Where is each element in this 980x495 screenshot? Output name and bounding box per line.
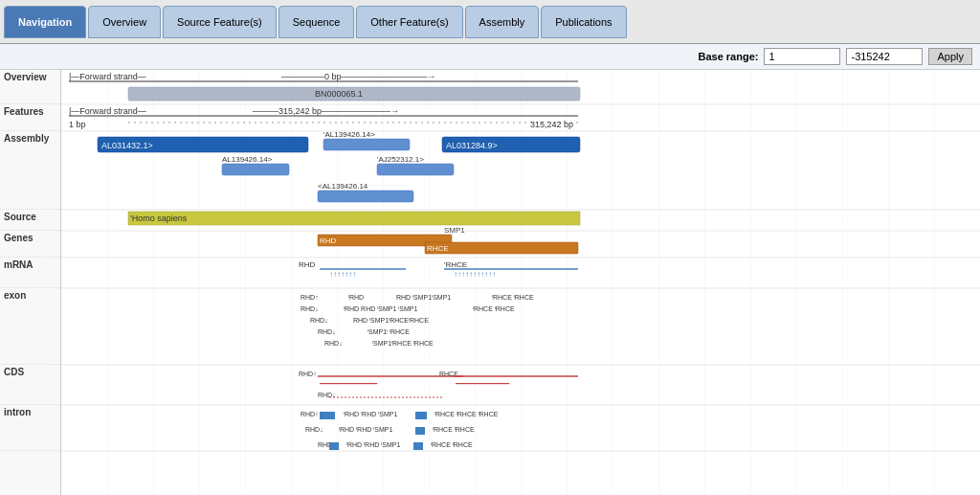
svg-rect-67 [415, 427, 425, 435]
svg-text:RHD↓: RHD↓ [301, 305, 319, 312]
svg-text:━━━━━━━━━━━━━━━: ━━━━━━━━━━━━━━━ [319, 380, 378, 387]
tab-publications[interactable]: Publications [541, 6, 626, 38]
svg-text:RHD↓: RHD↓ [324, 340, 343, 347]
svg-text:RHD ˡSMP1ˡSMP1: RHD ˡSMP1ˡSMP1 [396, 294, 451, 301]
svg-text:RHD↑: RHD↑ [301, 411, 319, 417]
genome-viewer[interactable]: |—Forward strand— —————0 bp——————————→ B… [61, 70, 980, 495]
svg-text:ˡSMP1ˡ ˡRHCE: ˡSMP1ˡ ˡRHCE [368, 328, 410, 335]
svg-text:|—Forward strand—: |—Forward strand— [69, 106, 146, 116]
svg-text:ˡRHD RHD ˡSMP1 ˡSMP1: ˡRHD RHD ˡSMP1 ˡSMP1 [344, 305, 417, 312]
svg-rect-63 [415, 412, 427, 419]
svg-text:'Homo sapiens: 'Homo sapiens [130, 214, 188, 223]
base-range-from[interactable] [764, 48, 840, 65]
tab-navigation[interactable]: Navigation [4, 6, 86, 38]
tab-source-features[interactable]: Source Feature(s) [163, 6, 277, 38]
svg-rect-72 [413, 442, 423, 450]
label-intron: intron [0, 405, 60, 451]
svg-rect-61 [320, 412, 335, 419]
svg-text:|—Forward strand—: |—Forward strand— [69, 72, 146, 81]
nav-tabs: Navigation Overview Source Feature(s) Se… [0, 0, 980, 44]
svg-text:BN000065.1: BN000065.1 [315, 89, 363, 99]
label-assembly: Assembly [0, 131, 60, 210]
base-range-label: Base range: [698, 51, 758, 62]
svg-text:RHD↑: RHD↑ [299, 371, 317, 377]
svg-text:ˡRHD ˡRHD ˡSMP1: ˡRHD ˡRHD ˡSMP1 [346, 441, 400, 448]
svg-rect-1 [61, 70, 980, 495]
svg-rect-21 [222, 164, 289, 175]
svg-text:'AL139426.14>: 'AL139426.14> [323, 130, 375, 139]
svg-text:ˡRHD ˡRHD ˡSMP1: ˡRHD ˡRHD ˡSMP1 [344, 411, 397, 417]
svg-rect-23 [377, 164, 454, 175]
label-exon: exon [0, 288, 60, 365]
svg-text:RHD↓: RHD↓ [310, 317, 328, 324]
svg-text:RHD: RHD [320, 236, 337, 245]
svg-text:━━━━━━━━━━━━━━: ━━━━━━━━━━━━━━ [455, 380, 510, 387]
label-features: Features [0, 104, 60, 131]
svg-text:AL139426.14>: AL139426.14> [222, 155, 273, 164]
svg-text:ˡRHD: ˡRHD [348, 294, 364, 301]
svg-text:ˡRHCE ˡRHCE: ˡRHCE ˡRHCE [473, 305, 515, 312]
svg-rect-19 [323, 139, 410, 150]
svg-text:315,242 bp: 315,242 bp [530, 120, 573, 129]
svg-text:ˡRHCE ˡRHCE: ˡRHCE ˡRHCE [431, 441, 473, 448]
tab-overview[interactable]: Overview [88, 6, 161, 38]
label-cds: CDS [0, 365, 60, 405]
viewer-column[interactable]: |—Forward strand— —————0 bp——————————→ B… [61, 70, 980, 495]
label-genes: Genes [0, 231, 60, 258]
svg-text:—————0 bp——————————→: —————0 bp——————————→ [281, 72, 436, 81]
svg-text:AL031284.9>: AL031284.9> [446, 141, 498, 150]
svg-text:1 bp: 1 bp [69, 120, 86, 129]
label-mrna: mRNA [0, 258, 60, 288]
label-overview: Overview [0, 70, 60, 104]
svg-text:ˡSMP1ˡRHCE ˡRHCE: ˡSMP1ˡRHCE ˡRHCE [372, 340, 434, 347]
svg-text:RHD↓: RHD↓ [318, 392, 336, 398]
base-range-bar: Base range: Apply [0, 44, 980, 70]
main-content: Overview Features Assembly Source Genes … [0, 70, 980, 495]
svg-text:RHD↓: RHD↓ [318, 328, 336, 335]
labels-column: Overview Features Assembly Source Genes … [0, 70, 61, 495]
svg-text:SMP1: SMP1 [444, 226, 465, 235]
svg-text:↑↑↑↑↑↑↑: ↑↑↑↑↑↑↑ [329, 270, 356, 279]
svg-text:↑↑↑↑↑↑↑↑↑↑↑: ↑↑↑↑↑↑↑↑↑↑↑ [454, 270, 496, 279]
svg-rect-26 [128, 212, 580, 225]
base-range-to[interactable] [846, 48, 923, 65]
svg-text:———315,242 bp————————→: ———315,242 bp————————→ [253, 106, 399, 116]
svg-text:<AL139426.14: <AL139426.14 [318, 182, 368, 191]
svg-text:RHD↓: RHD↓ [305, 426, 323, 433]
svg-text:'RHCE: 'RHCE [444, 260, 467, 269]
svg-rect-25 [318, 191, 413, 202]
tab-other-features[interactable]: Other Feature(s) [356, 6, 462, 38]
apply-button[interactable]: Apply [928, 48, 972, 65]
svg-text:RHD↑: RHD↑ [301, 294, 319, 301]
svg-text:'AJ252312.1>: 'AJ252312.1> [377, 155, 424, 164]
svg-rect-70 [329, 442, 339, 450]
svg-text:ˡRHCE ˡRHCE ˡRHCE: ˡRHCE ˡRHCE ˡRHCE [434, 411, 499, 417]
tab-sequence[interactable]: Sequence [278, 6, 355, 38]
svg-text:AL031432.1>: AL031432.1> [101, 141, 153, 150]
svg-text:RHD: RHD [299, 260, 316, 269]
label-source: Source [0, 210, 60, 231]
svg-text:RHCE: RHCE [427, 244, 449, 253]
svg-text:ˡRHCE ˡRHCE: ˡRHCE ˡRHCE [492, 294, 534, 301]
svg-text:ˡRHD ˡRHD ˡSMP1: ˡRHD ˡRHD ˡSMP1 [339, 426, 392, 433]
svg-text:RHD ˡSMP1ˡRHCEˡRHCE: RHD ˡSMP1ˡRHCEˡRHCE [353, 317, 429, 324]
svg-text:ˡRHCE ˡRHCE: ˡRHCE ˡRHCE [433, 426, 475, 433]
tab-assembly[interactable]: Assembly [465, 6, 540, 38]
